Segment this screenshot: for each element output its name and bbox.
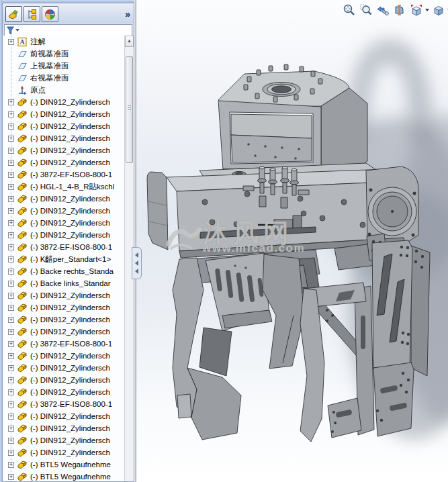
expand-toggle[interactable]: + (8, 196, 14, 202)
tab-propertymanager[interactable] (24, 6, 40, 22)
filter-input[interactable] (4, 24, 132, 36)
tree-item[interactable]: + (-) DIN912_Zylindersch (3, 156, 124, 168)
scrollbar-thumb[interactable] (126, 56, 133, 163)
panel-overflow-chevron[interactable]: » (125, 9, 129, 19)
part-icon (17, 363, 28, 373)
tree-item[interactable]: + (-) 3872-EF-ISO8-800-1 (3, 168, 124, 181)
expand-toggle[interactable]: + (8, 305, 14, 311)
tree-item[interactable]: + 原点 (3, 84, 124, 96)
tree-item-label: (-) HGL-1_4-B_R貼kschl (30, 182, 114, 192)
tree-item[interactable]: + 注解 (3, 36, 124, 48)
tree-item[interactable]: + (-) HGL-1_4-B_R貼kschl (3, 181, 124, 193)
zoom-to-fit-button[interactable] (342, 3, 357, 17)
expand-toggle[interactable]: + (8, 450, 14, 456)
zoom-to-area-button[interactable] (359, 3, 373, 17)
part-icon (17, 460, 28, 470)
view-orientation-icon (410, 3, 423, 17)
expand-toggle[interactable]: + (8, 401, 14, 407)
model-gripper-assembly[interactable] (136, 0, 448, 482)
expand-toggle[interactable]: + (8, 220, 14, 226)
expand-toggle[interactable]: + (8, 317, 14, 323)
expand-toggle[interactable]: + (8, 124, 14, 130)
tree-item[interactable]: + (-) Backe links_Standar (3, 277, 124, 289)
tree-item-label: (-) DIN912_Zylindersch (30, 110, 110, 118)
expand-toggle[interactable]: + (8, 414, 14, 420)
tree-item[interactable]: + (-) 3872-EF-ISO8-800-1 (3, 338, 124, 350)
scrollbar-up-button[interactable]: ▲ (125, 36, 134, 47)
section-view-button[interactable] (392, 3, 407, 17)
plane-icon (17, 61, 28, 71)
tree-item[interactable]: + (-) DIN912_Zylindersch (3, 314, 124, 326)
part-icon (17, 375, 28, 385)
tree-item[interactable]: + (-) DIN912_Zylindersch (3, 229, 124, 241)
expand-toggle[interactable]: + (8, 341, 14, 347)
viewport-3d[interactable]: 沐风网 www.mfcad.com (136, 0, 448, 482)
tree-item[interactable]: + (-) DIN912_Zylindersch (3, 96, 124, 108)
expand-toggle[interactable]: + (8, 462, 14, 468)
tree-item[interactable]: + (-) DIN912_Zylindersch (3, 205, 124, 217)
previous-view-button[interactable] (375, 3, 390, 17)
expand-toggle[interactable]: + (8, 244, 14, 250)
expand-toggle[interactable]: + (8, 438, 14, 444)
tree-item[interactable]: + (-) DIN912_Zylindersch (3, 362, 124, 374)
tree-item[interactable]: + (-) DIN912_Zylindersch (3, 120, 124, 132)
expand-toggle[interactable]: + (8, 39, 14, 45)
tree-item[interactable]: + (-) Backe rechts_Standa (3, 265, 124, 277)
filter-dropdown-caret[interactable] (15, 29, 19, 32)
tree-item[interactable]: + (-) DIN912_Zylindersch (3, 386, 124, 398)
tree-item[interactable]: + (-) DIN912_Zylindersch (3, 410, 124, 422)
tab-configurationmanager[interactable] (42, 6, 58, 22)
tree-item[interactable]: + (-) 3872-EF-ISO8-800-1 (3, 398, 124, 410)
tree-item[interactable]: + (-) BTL5 Wegaufnehme (3, 471, 124, 481)
expand-toggle[interactable]: + (8, 353, 14, 359)
tree-item[interactable]: + (-) DIN912_Zylindersch (3, 326, 124, 338)
tree-item[interactable]: + (-) K齰per_Standart<1> (3, 253, 124, 265)
tree-item[interactable]: + (-) DIN912_Zylindersch (3, 301, 124, 314)
tree-item[interactable]: + (-) DIN912_Zylindersch (3, 434, 124, 446)
tree-item-label: (-) K齰per_Standart<1> (30, 254, 111, 264)
tree-item[interactable]: + (-) BTL5 Wegaufnehme (3, 459, 124, 471)
expand-toggle[interactable]: + (8, 99, 14, 105)
tree-item[interactable]: + (-) DIN912_Zylindersch (3, 289, 124, 301)
tree-item[interactable]: + (-) DIN912_Zylindersch (3, 374, 124, 386)
expand-toggle[interactable]: + (8, 111, 14, 117)
part-icon (17, 424, 28, 434)
expand-toggle[interactable]: + (8, 184, 14, 190)
expand-toggle[interactable]: + (8, 293, 14, 299)
tree-item[interactable]: + (-) DIN912_Zylindersch (3, 446, 124, 459)
expand-toggle[interactable]: + (8, 281, 14, 287)
view-orientation-button[interactable] (409, 3, 424, 17)
expand-toggle[interactable]: + (8, 148, 14, 154)
tree-item-label: 注解 (30, 37, 46, 47)
expand-toggle[interactable]: + (8, 232, 14, 238)
expand-toggle[interactable]: + (8, 160, 14, 166)
tree-item[interactable]: + (-) DIN912_Zylindersch (3, 108, 124, 120)
display-style-button[interactable] (431, 3, 446, 17)
expand-toggle[interactable]: + (8, 208, 14, 214)
tree-item[interactable]: + (-) DIN912_Zylindersch (3, 132, 124, 144)
panel-collapse-handle[interactable] (132, 247, 142, 279)
tree-item[interactable]: + (-) DIN912_Zylindersch (3, 422, 124, 434)
expand-toggle[interactable]: + (8, 269, 14, 275)
chevron-down-icon[interactable] (425, 9, 429, 11)
expand-toggle[interactable]: + (8, 377, 14, 383)
tree-item[interactable]: + (-) DIN912_Zylindersch (3, 217, 124, 229)
tree-item[interactable]: + 右视基准面 (3, 72, 124, 84)
expand-toggle[interactable]: + (8, 426, 14, 432)
part-icon (17, 339, 28, 349)
expand-toggle[interactable]: + (8, 365, 14, 371)
tree-item[interactable]: + 前视基准面 (3, 48, 124, 60)
expand-toggle[interactable]: + (8, 172, 14, 178)
expand-toggle[interactable]: + (8, 136, 14, 142)
tree-item[interactable]: + (-) DIN912_Zylindersch (3, 144, 124, 156)
expand-toggle[interactable]: + (8, 329, 14, 335)
tree-item[interactable]: + (-) DIN912_Zylindersch (3, 350, 124, 362)
expand-toggle[interactable]: + (8, 256, 14, 262)
tree-item[interactable]: + (-) 3872-EF-ISO8-800-1 (3, 241, 124, 253)
tree-item[interactable]: + 上视基准面 (3, 60, 124, 72)
expand-toggle[interactable]: + (8, 389, 14, 395)
expand-toggle[interactable]: + (8, 474, 14, 480)
zoom-to-fit-icon (343, 3, 356, 17)
tab-featuremanager[interactable] (5, 6, 22, 22)
tree-item[interactable]: + (-) DIN912_Zylindersch (3, 193, 124, 205)
